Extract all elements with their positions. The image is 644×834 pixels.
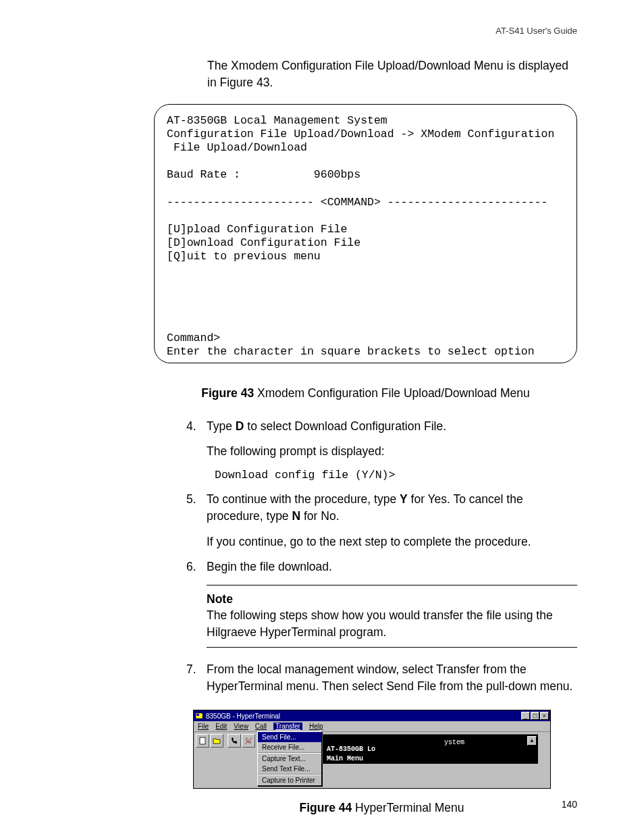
ht-terminal-area: ystem AT-8350GB Lo Main Menu ▲ [322, 734, 538, 764]
menu-transfer-label: Transfer [275, 723, 300, 730]
step-5-y: Y [400, 492, 408, 506]
step-5-n: N [292, 509, 300, 523]
step-4-key: D [236, 419, 244, 433]
term-line-2: Main Menu [327, 755, 363, 762]
step-5-body: To continue with the procedure, type Y f… [207, 491, 577, 525]
ht-toolbar [194, 732, 257, 786]
page-number: 140 [562, 799, 577, 810]
hyperterminal-screenshot: 8350GB - HyperTerminal _ □ × File Edit V… [193, 710, 577, 789]
note-label: Note [207, 591, 577, 607]
toolbar-separator [224, 734, 227, 784]
toolbar-call-icon[interactable] [227, 734, 241, 748]
ht-bottom-edge [194, 786, 550, 788]
step-7-body: From the local management window, select… [207, 661, 577, 696]
ht-menubar: File Edit View Call Transfer Help [194, 721, 550, 732]
fig44-label: Figure 44 [299, 801, 352, 814]
ht-titlebar: 8350GB - HyperTerminal _ □ × [194, 710, 550, 721]
step-6-body: Begin the file download. [207, 558, 577, 575]
note-text: The following steps show how you would t… [207, 608, 553, 638]
page-content: The Xmodem Configuration File Upload/Dow… [0, 57, 577, 815]
toolbar-new-icon[interactable] [196, 734, 209, 748]
app-icon [195, 712, 203, 720]
transfer-dropdown: Send File... Receive File... Capture Tex… [257, 731, 322, 786]
dropdown-capture-text[interactable]: Capture Text... [258, 754, 321, 764]
svg-rect-2 [200, 737, 205, 744]
svg-rect-1 [196, 714, 199, 716]
minimize-button[interactable]: _ [521, 712, 530, 720]
step-5-c: for No. [300, 509, 339, 523]
step-4-body: Type D to select Download Configuration … [207, 418, 577, 435]
step-6: 6. Begin the file download. [186, 558, 577, 575]
step-5: 5. To continue with the procedure, type … [186, 491, 577, 525]
dropdown-receive-file[interactable]: Receive File... [258, 742, 321, 752]
close-button[interactable]: × [540, 712, 549, 720]
dropdown-send-text-file[interactable]: Send Text File... [258, 764, 321, 774]
menu-edit[interactable]: Edit [215, 723, 227, 730]
ht-window-buttons: _ □ × [521, 712, 549, 720]
toolbar-disconnect-icon[interactable] [242, 734, 255, 748]
step-6-num: 6. [186, 558, 207, 575]
fig43-label: Figure 43 [201, 386, 254, 400]
term-fragment: ystem [444, 739, 464, 746]
scroll-up-button[interactable]: ▲ [527, 736, 537, 746]
toolbar-open-icon[interactable] [210, 734, 223, 748]
note-block: Note The following steps show how you wo… [207, 585, 577, 647]
ht-title-text: 8350GB - HyperTerminal [206, 712, 280, 720]
fig43-text: Xmodem Configuration File Upload/Downloa… [254, 386, 530, 400]
maximize-button[interactable]: □ [531, 712, 539, 720]
dropdown-capture-printer[interactable]: Capture to Printer [258, 775, 321, 785]
step-4: 4. Type D to select Download Configurati… [186, 418, 577, 435]
menu-call[interactable]: Call [255, 723, 267, 730]
dropdown-send-file[interactable]: Send File... [258, 732, 321, 742]
menu-file[interactable]: File [198, 723, 209, 730]
menu-view[interactable]: View [234, 723, 248, 730]
ht-row: Send File... Receive File... Capture Tex… [194, 732, 550, 786]
menu-help[interactable]: Help [309, 723, 323, 730]
step-4-b: to select Download Configuration File. [244, 419, 446, 433]
ht-window: 8350GB - HyperTerminal _ □ × File Edit V… [193, 710, 551, 789]
steps: 4. Type D to select Download Configurati… [154, 418, 577, 815]
step-4-num: 4. [186, 418, 207, 435]
step-4-code: Download config file (Y/N)> [215, 469, 577, 481]
menu-transfer[interactable]: Transfer [273, 723, 302, 730]
header-guide: AT-S41 User's Guide [0, 26, 577, 36]
step-5-a: To continue with the procedure, type [207, 492, 400, 506]
intro-text: The Xmodem Configuration File Upload/Dow… [154, 57, 577, 92]
step-4-sub: The following prompt is displayed: [207, 443, 577, 460]
step-7-num: 7. [186, 661, 207, 696]
term-line-1: AT-8350GB Lo [327, 746, 375, 753]
ht-title: 8350GB - HyperTerminal [195, 712, 280, 720]
step-5-num: 5. [186, 491, 207, 525]
figure-44-caption: Figure 44 HyperTerminal Menu [186, 801, 577, 815]
note-rule-bottom [207, 647, 577, 648]
figure-43-caption: Figure 43 Xmodem Configuration File Uplo… [154, 386, 577, 400]
step-5-sub: If you continue, go to the next step to … [207, 533, 577, 550]
step-4-a: Type [207, 419, 236, 433]
fig44-text: HyperTerminal Menu [352, 801, 464, 814]
step-7: 7. From the local management window, sel… [186, 661, 577, 696]
note-inner: Note The following steps show how you wo… [207, 585, 577, 646]
terminal-screen: AT-8350GB Local Management System Config… [154, 104, 577, 363]
